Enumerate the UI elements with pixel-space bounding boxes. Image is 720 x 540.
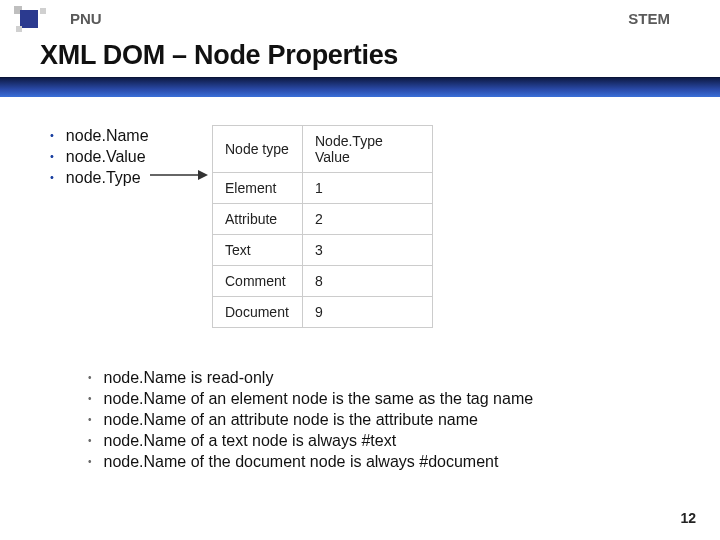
- table-row: Document9: [213, 297, 433, 328]
- bullet-icon: •: [88, 393, 92, 404]
- list-item: •node.Type: [50, 169, 149, 187]
- list-item-label: node.Name of an attribute node is the at…: [104, 411, 478, 429]
- list-item: •node.Name of the document node is alway…: [88, 453, 533, 471]
- bullet-icon: •: [50, 129, 54, 141]
- table-cell: 3: [303, 235, 433, 266]
- properties-list: •node.Name •node.Value •node.Type: [50, 127, 149, 190]
- table-cell: 9: [303, 297, 433, 328]
- table-row: Comment8: [213, 266, 433, 297]
- slide-title: XML DOM – Node Properties: [0, 36, 720, 77]
- table-cell: Attribute: [213, 204, 303, 235]
- table-header-cell: Node type: [213, 126, 303, 173]
- header-left-label: PNU: [70, 10, 102, 27]
- list-item-label: node.Name of the document node is always…: [104, 453, 499, 471]
- table-cell: Text: [213, 235, 303, 266]
- table-cell: 8: [303, 266, 433, 297]
- arrow-icon: [150, 167, 210, 183]
- notes-list: •node.Name is read-only •node.Name of an…: [88, 369, 533, 474]
- table-cell: Element: [213, 173, 303, 204]
- table-row: Attribute2: [213, 204, 433, 235]
- svg-marker-1: [198, 170, 208, 180]
- table-row: Node type Node.Type Value: [213, 126, 433, 173]
- list-item-label: node.Name of an element node is the same…: [104, 390, 534, 408]
- list-item: •node.Name of a text node is always #tex…: [88, 432, 533, 450]
- list-item: •node.Value: [50, 148, 149, 166]
- slide-content: •node.Name •node.Value •node.Type Node t…: [0, 97, 720, 127]
- list-item-label: node.Name of a text node is always #text: [104, 432, 397, 450]
- table-row: Text3: [213, 235, 433, 266]
- list-item-label: node.Name is read-only: [104, 369, 274, 387]
- list-item-label: node.Value: [66, 148, 146, 166]
- table-cell: Document: [213, 297, 303, 328]
- list-item: •node.Name of an attribute node is the a…: [88, 411, 533, 429]
- bullet-icon: •: [88, 372, 92, 383]
- bullet-icon: •: [88, 435, 92, 446]
- bullet-icon: •: [50, 150, 54, 162]
- header-right-label: STEM: [628, 10, 670, 27]
- table-cell: 2: [303, 204, 433, 235]
- list-item: •node.Name: [50, 127, 149, 145]
- slide-header: PNU STEM: [0, 0, 720, 36]
- bullet-icon: •: [50, 171, 54, 183]
- table-cell: Comment: [213, 266, 303, 297]
- list-item: •node.Name is read-only: [88, 369, 533, 387]
- list-item: •node.Name of an element node is the sam…: [88, 390, 533, 408]
- table-cell: 1: [303, 173, 433, 204]
- bullet-icon: •: [88, 414, 92, 425]
- list-item-label: node.Type: [66, 169, 141, 187]
- table-row: Element1: [213, 173, 433, 204]
- list-item-label: node.Name: [66, 127, 149, 145]
- table-header-cell: Node.Type Value: [303, 126, 433, 173]
- page-number: 12: [680, 510, 696, 526]
- bullet-icon: •: [88, 456, 92, 467]
- node-type-table: Node type Node.Type Value Element1 Attri…: [212, 125, 433, 328]
- title-underline-bar: [0, 77, 720, 97]
